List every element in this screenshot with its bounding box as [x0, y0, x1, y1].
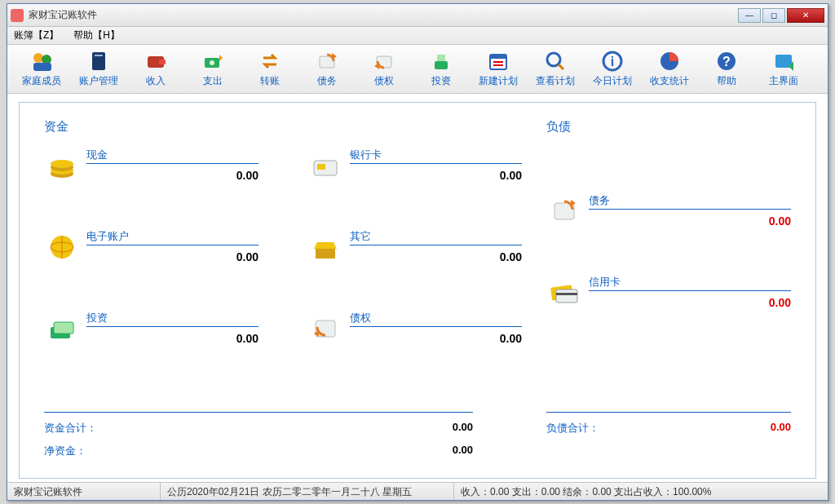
svg-point-31: [51, 160, 73, 168]
globe-money-icon: [44, 229, 80, 265]
acct-debt[interactable]: 债务0.00: [546, 193, 791, 229]
close-button[interactable]: ✕: [787, 8, 824, 23]
status-app: 家财宝记账软件: [7, 483, 161, 500]
acct-debt-label: 债务: [589, 193, 791, 210]
tb-today[interactable]: i今日计划: [586, 48, 638, 91]
info-icon: i: [601, 50, 624, 73]
cash-out-icon: [201, 50, 224, 73]
net-label: 净资金：: [44, 444, 109, 458]
bankcard-icon: [307, 148, 343, 183]
svg-rect-40: [54, 322, 73, 334]
tb-help[interactable]: ?帮助: [700, 48, 753, 91]
status-summary: 收入：0.00 支出：0.00 结余：0.00 支出占收入：100.00%: [454, 483, 828, 500]
transfer-icon: [258, 50, 281, 73]
acct-invest-label: 投资: [86, 311, 258, 327]
assets-total-value: 0.00: [109, 421, 473, 435]
svg-rect-2: [33, 63, 51, 71]
liab-column: 负债 债务0.00 信用卡0.00: [546, 119, 791, 347]
maximize-button[interactable]: ◻: [762, 8, 785, 23]
menu-ledger[interactable]: 账簿【Z】: [14, 29, 59, 42]
svg-text:?: ?: [722, 55, 731, 69]
creditcard-icon: [546, 275, 582, 311]
svg-rect-6: [159, 60, 166, 64]
svg-rect-46: [556, 290, 577, 303]
tb-invest[interactable]: 投资: [415, 48, 467, 91]
svg-rect-16: [490, 55, 506, 59]
tb-family-label: 家庭成员: [22, 74, 61, 88]
svg-marker-37: [314, 242, 337, 249]
tb-account[interactable]: 账户管理: [73, 48, 125, 91]
liab-title: 负债: [546, 119, 791, 135]
magnifier-icon: [544, 50, 567, 73]
invest-icon: [430, 50, 453, 73]
home-icon: [772, 50, 795, 73]
acct-credit[interactable]: 债权0.00: [307, 311, 522, 347]
svg-point-19: [547, 53, 560, 66]
toolbar: 家庭成员 账户管理 收入 支出 转账 债务 债权 投资 新建计划 查看计划 i今…: [7, 45, 828, 94]
tb-transfer[interactable]: 转账: [244, 48, 296, 91]
assets-total-label: 资金合计：: [44, 421, 109, 435]
tb-expense[interactable]: 支出: [187, 48, 239, 91]
acct-credit-label: 债权: [350, 311, 522, 327]
svg-point-0: [33, 53, 43, 63]
tb-today-label: 今日计划: [593, 74, 632, 88]
assets-column: 资金 现金0.00 银行卡0.00 电子账户0.00: [44, 119, 522, 347]
content-panel: 资金 现金0.00 银行卡0.00 电子账户0.00: [19, 102, 816, 479]
assets-title: 资金: [44, 119, 522, 135]
acct-card[interactable]: 信用卡0.00: [546, 275, 791, 311]
tb-stats[interactable]: 收支统计: [643, 48, 696, 91]
tb-credit-label: 债权: [374, 74, 394, 88]
acct-eacct[interactable]: 电子账户0.00: [44, 229, 258, 265]
wallet-icon: [144, 50, 167, 73]
calendar-new-icon: [487, 50, 510, 73]
acct-other[interactable]: 其它0.00: [307, 229, 522, 265]
status-bar: 家财宝记账软件 公历2020年02月21日 农历二零二零年一月二十八 星期五 收…: [7, 482, 828, 500]
tb-family[interactable]: 家庭成员: [15, 48, 68, 91]
status-date: 公历2020年02月21日 农历二零二零年一月二十八 星期五: [161, 483, 454, 500]
svg-rect-4: [95, 55, 103, 56]
svg-rect-13: [435, 61, 448, 69]
acct-card-label: 信用卡: [589, 275, 791, 291]
totals: 资金合计： 0.00 负债合计： 0.00 净资金： 0.00: [44, 412, 791, 458]
tb-home-label: 主界面: [769, 74, 798, 88]
help-icon: ?: [715, 50, 738, 73]
liab-total-value: 0.00: [612, 421, 791, 435]
tb-debt[interactable]: 债务: [301, 48, 353, 91]
acct-bank-value: 0.00: [350, 169, 522, 182]
menu-help[interactable]: 帮助【H】: [73, 29, 120, 42]
tb-newplan[interactable]: 新建计划: [472, 48, 524, 91]
svg-point-8: [210, 60, 214, 65]
tb-stats-label: 收支统计: [650, 74, 689, 88]
acct-debt-value: 0.00: [589, 214, 791, 228]
acct-bank[interactable]: 银行卡0.00: [307, 148, 522, 183]
net-value: 0.00: [109, 444, 473, 458]
tb-viewplan[interactable]: 查看计划: [529, 48, 581, 91]
menu-bar: 账簿【Z】 帮助【H】: [7, 27, 828, 45]
tb-home[interactable]: 主界面: [758, 48, 810, 91]
minimize-button[interactable]: —: [738, 8, 761, 23]
box-icon: [307, 229, 343, 265]
tb-credit[interactable]: 债权: [358, 48, 410, 91]
svg-rect-33: [317, 164, 325, 170]
svg-rect-47: [556, 293, 577, 295]
tb-help-label: 帮助: [717, 74, 736, 88]
window-title: 家财宝记账软件: [29, 8, 738, 22]
pie-chart-icon: [658, 50, 681, 73]
tb-expense-label: 支出: [203, 74, 223, 88]
tb-income[interactable]: 收入: [130, 48, 182, 91]
receivable-icon: [307, 311, 343, 347]
acct-cash[interactable]: 现金0.00: [44, 148, 258, 183]
acct-credit-value: 0.00: [350, 332, 522, 345]
svg-text:i: i: [611, 55, 614, 69]
window-buttons: — ◻ ✕: [738, 8, 824, 23]
svg-line-20: [559, 64, 563, 69]
coins-icon: [44, 148, 80, 183]
tb-income-label: 收入: [146, 74, 166, 88]
svg-rect-38: [316, 249, 335, 259]
money-stack-icon: [44, 311, 80, 347]
acct-other-value: 0.00: [350, 250, 522, 263]
acct-bank-label: 银行卡: [350, 148, 522, 164]
tb-debt-label: 债务: [317, 74, 337, 88]
acct-invest[interactable]: 投资0.00: [44, 311, 258, 347]
debt-icon: [316, 50, 338, 73]
